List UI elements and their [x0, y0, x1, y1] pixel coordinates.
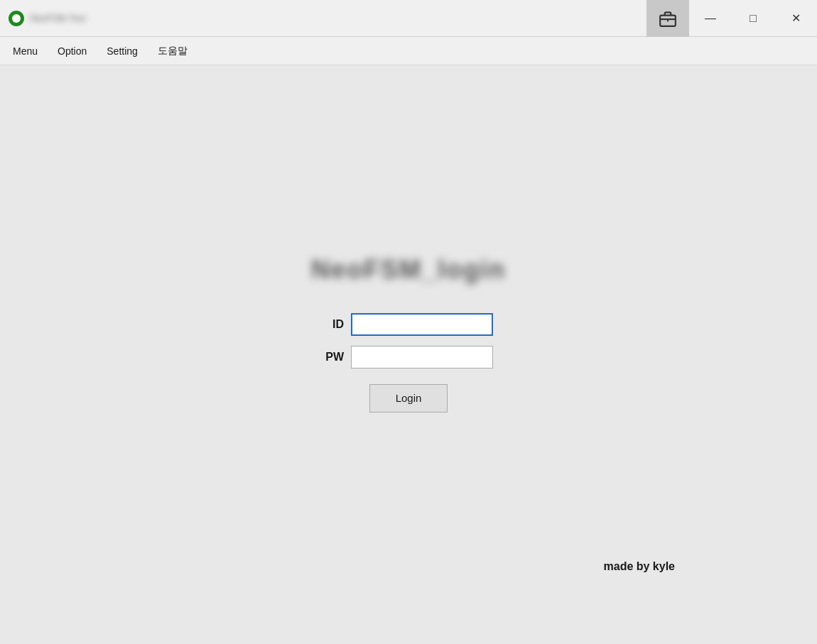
menu-bar: Menu Option Setting 도움말 — [0, 37, 817, 65]
app-icon — [9, 11, 24, 26]
id-row: ID — [324, 313, 493, 336]
title-bar-controls: — □ ✕ — [646, 0, 817, 37]
pw-input[interactable] — [351, 346, 493, 369]
app-name-blurred: NeoFSM_login — [311, 255, 506, 285]
briefcase-button[interactable] — [646, 0, 689, 37]
menu-item-setting[interactable]: Setting — [97, 41, 148, 61]
title-bar: NeoFSM Tool — □ ✕ — [0, 0, 817, 37]
menu-item-menu[interactable]: Menu — [3, 41, 48, 61]
menu-item-option[interactable]: Option — [48, 41, 97, 61]
id-label: ID — [324, 318, 344, 331]
minimize-button[interactable]: — — [689, 0, 732, 37]
app-title: NeoFSM Tool — [30, 13, 86, 23]
made-by: made by kyle — [604, 560, 676, 573]
main-content: NeoFSM_login ID PW Login made by kyle — [0, 65, 817, 644]
login-form: ID PW Login — [324, 313, 493, 413]
pw-label: PW — [324, 351, 344, 364]
close-button[interactable]: ✕ — [774, 0, 817, 37]
maximize-button[interactable]: □ — [732, 0, 774, 37]
pw-row: PW — [324, 346, 493, 369]
id-input[interactable] — [351, 313, 493, 336]
svg-point-0 — [12, 14, 21, 23]
login-button[interactable]: Login — [369, 384, 448, 413]
menu-item-help[interactable]: 도움말 — [148, 40, 198, 62]
title-bar-left: NeoFSM Tool — [9, 11, 86, 26]
